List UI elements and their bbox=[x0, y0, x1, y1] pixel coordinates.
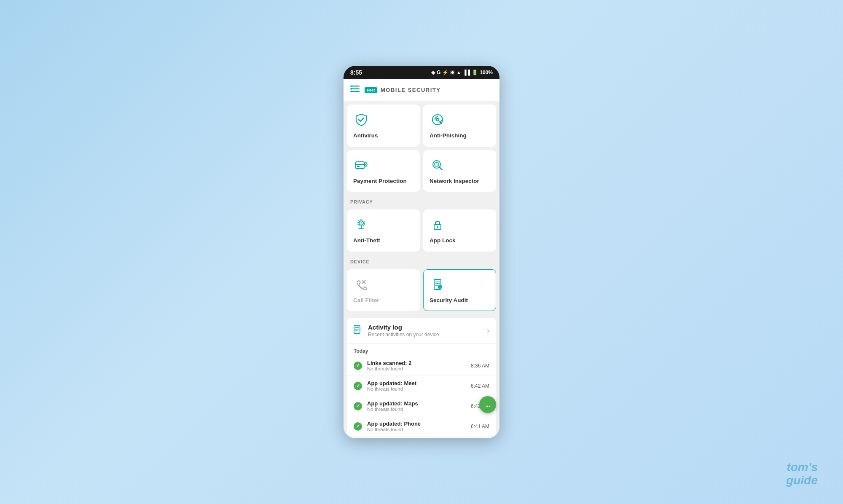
anti-phishing-label: Anti-Phishing bbox=[430, 132, 467, 139]
signal-bars-icon: ▐▐ bbox=[463, 70, 470, 75]
svg-point-17 bbox=[361, 223, 362, 224]
activity-title-meet: App updated: Meet bbox=[367, 380, 466, 386]
applock-icon bbox=[430, 217, 446, 233]
privacy-feature-grid: Anti-Theft App Lock bbox=[344, 206, 499, 255]
check-icon-links bbox=[354, 362, 362, 370]
payment-protection-label: Payment Protection bbox=[353, 177, 407, 185]
nfc-icon: ⊞ bbox=[450, 70, 454, 75]
svg-rect-31 bbox=[354, 326, 360, 333]
check-icon-maps bbox=[354, 402, 362, 410]
security-feature-grid: Antivirus Anti-Phishing bbox=[344, 101, 499, 195]
bluetooth-icon: ⚡ bbox=[442, 70, 448, 75]
activity-today-label: Today bbox=[347, 344, 496, 356]
securityaudit-icon: i bbox=[430, 276, 446, 292]
activity-log-title: Activity log bbox=[368, 324, 439, 331]
svg-point-7 bbox=[436, 118, 439, 121]
activity-subtitle-meet: No threats found bbox=[367, 386, 466, 391]
network-inspector-label: Network Inspector bbox=[430, 177, 479, 185]
security-audit-card[interactable]: i Security Audit bbox=[423, 269, 496, 311]
activity-subtitle-maps: No threats found bbox=[367, 407, 466, 412]
privacy-section-header: PRIVACY bbox=[344, 195, 499, 206]
anti-phishing-card[interactable]: Anti-Phishing bbox=[423, 105, 496, 147]
payment-protection-card[interactable]: Payment Protection bbox=[347, 150, 420, 192]
activity-item-maps: App updated: Maps No threats found 6:42 … bbox=[347, 396, 496, 416]
network-icon bbox=[430, 157, 446, 173]
device-section-header: DEVICE bbox=[344, 255, 499, 266]
activity-log-header-left: Activity log Recent activities on your d… bbox=[354, 324, 439, 338]
shield-icon bbox=[353, 112, 369, 128]
activity-info-maps: App updated: Maps No threats found bbox=[367, 400, 466, 412]
menu-icon[interactable] bbox=[350, 86, 360, 95]
activity-time-meet: 6:42 AM bbox=[471, 383, 489, 389]
activity-log-text: Activity log Recent activities on your d… bbox=[368, 324, 439, 338]
activity-item-google-play: App updated: Google Play services No thr… bbox=[347, 437, 496, 438]
status-time: 8:55 bbox=[350, 69, 362, 76]
app-header: eset MOBILE SECURITY bbox=[344, 79, 499, 101]
activity-time-links: 8:36 AM bbox=[471, 363, 489, 369]
security-audit-label: Security Audit bbox=[430, 297, 468, 304]
chevron-right-icon: › bbox=[487, 326, 489, 335]
activity-info-links: Links scanned: 2 No threats found bbox=[367, 360, 466, 371]
battery-icon: 🔋 bbox=[472, 70, 478, 75]
svg-point-22 bbox=[437, 226, 438, 228]
battery-percent: 100% bbox=[480, 70, 493, 75]
activity-item-links: Links scanned: 2 No threats found 8:36 A… bbox=[347, 356, 496, 376]
anti-theft-card[interactable]: Anti-Theft bbox=[347, 209, 420, 252]
svg-line-14 bbox=[440, 167, 442, 170]
app-lock-label: App Lock bbox=[430, 237, 456, 244]
wifi-icon: ▲ bbox=[456, 70, 461, 75]
svg-text:i: i bbox=[440, 286, 440, 290]
svg-point-4 bbox=[351, 88, 352, 89]
anti-theft-label: Anti-Theft bbox=[353, 237, 380, 244]
call-filter-card[interactable]: Call Filter bbox=[347, 269, 420, 311]
activity-log-header[interactable]: Activity log Recent activities on your d… bbox=[347, 318, 496, 344]
activity-log-icon bbox=[354, 324, 363, 335]
payment-icon bbox=[353, 157, 369, 173]
fab-button[interactable]: ... bbox=[479, 396, 496, 413]
antiphishing-icon bbox=[430, 112, 446, 128]
activity-log-card: Activity log Recent activities on your d… bbox=[347, 318, 496, 438]
check-icon-phone bbox=[354, 422, 362, 431]
device-feature-grid: Call Filter i Security Audit bbox=[344, 266, 499, 315]
activity-item-phone: App updated: Phone No threats found 6:41… bbox=[347, 416, 496, 437]
status-bar: 8:55 ◈ G ⚡ ⊞ ▲ ▐▐ 🔋 100% bbox=[344, 66, 499, 79]
svg-rect-10 bbox=[356, 162, 364, 169]
svg-point-5 bbox=[351, 91, 352, 92]
activity-info-phone: App updated: Phone No threats found bbox=[367, 421, 466, 432]
call-filter-label: Call Filter bbox=[353, 297, 379, 304]
app-content: Antivirus Anti-Phishing bbox=[344, 101, 499, 438]
eset-badge: eset bbox=[365, 87, 377, 93]
callfilter-icon bbox=[353, 276, 369, 292]
svg-rect-12 bbox=[357, 166, 360, 167]
antivirus-label: Antivirus bbox=[353, 132, 378, 139]
svg-line-9 bbox=[440, 121, 442, 122]
phone-frame: 8:55 ◈ G ⚡ ⊞ ▲ ▐▐ 🔋 100% eset MOBILE bbox=[344, 66, 499, 438]
activity-time-phone: 6:41 AM bbox=[471, 424, 489, 429]
check-icon-meet bbox=[354, 382, 362, 390]
antitheft-icon bbox=[353, 217, 369, 233]
toms-guide-watermark: tom's guide bbox=[786, 461, 818, 487]
activity-subtitle-phone: No threats found bbox=[367, 427, 466, 432]
activity-log-subtitle: Recent activities on your device bbox=[368, 332, 439, 338]
svg-point-3 bbox=[351, 86, 352, 87]
status-icons: ◈ G ⚡ ⊞ ▲ ▐▐ 🔋 100% bbox=[431, 70, 493, 75]
activity-info-meet: App updated: Meet No threats found bbox=[367, 380, 466, 391]
antivirus-card[interactable]: Antivirus bbox=[347, 105, 420, 147]
activity-title-maps: App updated: Maps bbox=[367, 400, 466, 407]
app-lock-card[interactable]: App Lock bbox=[423, 209, 496, 252]
activity-title-links: Links scanned: 2 bbox=[367, 360, 466, 366]
signal-icon: ◈ bbox=[431, 70, 435, 75]
activity-item-meet: App updated: Meet No threats found 6:42 … bbox=[347, 376, 496, 396]
network-inspector-card[interactable]: Network Inspector bbox=[423, 150, 496, 192]
app-title: MOBILE SECURITY bbox=[381, 87, 440, 93]
activity-subtitle-links: No threats found bbox=[367, 366, 466, 371]
eset-logo: eset MOBILE SECURITY bbox=[365, 87, 440, 93]
activity-title-phone: App updated: Phone bbox=[367, 421, 466, 427]
g-icon: G bbox=[437, 70, 440, 75]
